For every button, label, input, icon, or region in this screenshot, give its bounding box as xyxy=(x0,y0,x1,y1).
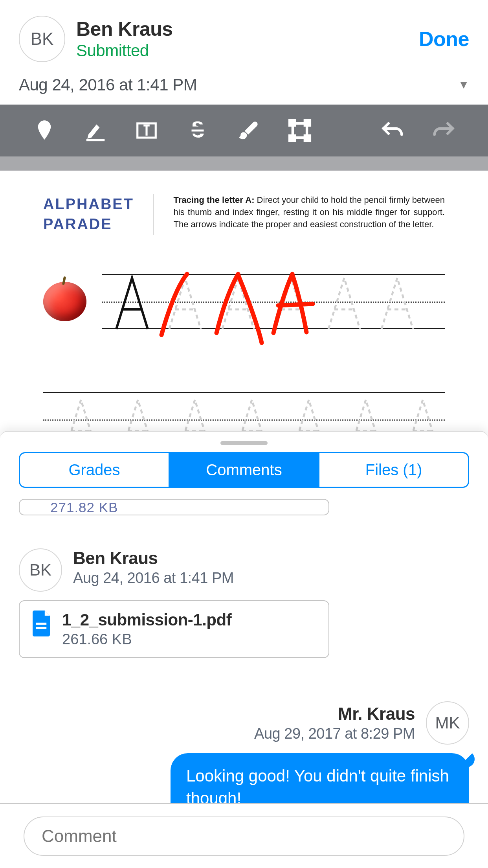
document-preview[interactable]: ALPHABET PARADE Tracing the letter A: Di… xyxy=(0,156,488,475)
student-avatar: BK xyxy=(19,16,65,62)
worksheet-instructions: Tracing the letter A: Direct your child … xyxy=(174,194,445,235)
comment-item: BK Ben Kraus Aug 24, 2016 at 1:41 PM xyxy=(19,548,469,592)
writing-lines xyxy=(102,274,445,329)
svg-rect-10 xyxy=(36,627,46,629)
textbox-tool-button[interactable] xyxy=(121,105,172,156)
student-strokes xyxy=(102,266,445,345)
submission-status: Submitted xyxy=(76,41,419,60)
comment-meta: Ben Kraus Aug 24, 2016 at 1:41 PM xyxy=(73,548,234,587)
worksheet-title-line2: PARADE xyxy=(43,214,134,234)
svg-rect-6 xyxy=(305,120,310,125)
crop-tool-button[interactable] xyxy=(274,105,325,156)
attachment-filesize: 261.66 KB xyxy=(62,631,231,648)
drag-handle[interactable] xyxy=(220,441,268,445)
title-divider xyxy=(154,194,154,235)
comment-date: Aug 24, 2016 at 1:41 PM xyxy=(73,570,234,587)
svg-rect-9 xyxy=(36,623,46,625)
tab-comments[interactable]: Comments xyxy=(170,453,319,487)
file-icon xyxy=(31,611,52,636)
comment-date: Aug 29, 2017 at 8:29 PM xyxy=(254,725,415,742)
done-button[interactable]: Done xyxy=(419,27,469,51)
svg-rect-5 xyxy=(290,120,295,125)
tab-files[interactable]: Files (1) xyxy=(319,453,468,487)
submission-timestamp-row[interactable]: Aug 24, 2016 at 1:41 PM ▼ xyxy=(0,67,488,105)
redo-button[interactable] xyxy=(418,105,469,156)
highlight-tool-button[interactable] xyxy=(70,105,121,156)
partial-attachment-card[interactable]: 271.82 KB xyxy=(19,499,329,515)
pin-tool-button[interactable] xyxy=(19,105,70,156)
submission-header: BK Ben Kraus Submitted Done xyxy=(0,0,488,67)
undo-button[interactable] xyxy=(367,105,418,156)
comment-input[interactable] xyxy=(24,817,464,856)
comment-avatar: BK xyxy=(19,548,62,592)
brush-tool-button[interactable] xyxy=(223,105,274,156)
bottom-drawer: Grades Comments Files (1) 271.82 KB BK B… xyxy=(0,431,488,868)
comment-item: Mr. Kraus Aug 29, 2017 at 8:29 PM MK xyxy=(19,701,469,745)
comment-input-bar xyxy=(0,803,488,868)
tab-segmented-control: Grades Comments Files (1) xyxy=(19,452,469,488)
header-text: Ben Kraus Submitted xyxy=(76,18,419,60)
strikethrough-tool-button[interactable] xyxy=(172,105,223,156)
tab-grades[interactable]: Grades xyxy=(20,453,170,487)
attachment-card[interactable]: 1_2_submission-1.pdf 261.66 KB xyxy=(19,600,329,658)
annotation-toolbar xyxy=(0,105,488,156)
comment-meta: Mr. Kraus Aug 29, 2017 at 8:29 PM xyxy=(254,704,415,742)
tracing-row-1 xyxy=(43,274,445,329)
svg-rect-8 xyxy=(305,136,310,141)
svg-rect-7 xyxy=(290,136,295,141)
document-page: ALPHABET PARADE Tracing the letter A: Di… xyxy=(0,171,488,475)
svg-rect-0 xyxy=(86,139,105,141)
comments-list[interactable]: 271.82 KB BK Ben Kraus Aug 24, 2016 at 1… xyxy=(0,499,488,821)
worksheet-title: ALPHABET PARADE xyxy=(43,194,134,235)
comment-avatar: MK xyxy=(426,701,469,745)
comment-author: Mr. Kraus xyxy=(254,704,415,724)
apple-icon xyxy=(43,282,86,321)
student-name: Ben Kraus xyxy=(76,18,419,40)
chevron-down-icon: ▼ xyxy=(458,79,469,91)
comment-author: Ben Kraus xyxy=(73,548,234,568)
instructions-bold: Tracing the letter A: xyxy=(174,195,255,205)
worksheet-title-line1: ALPHABET xyxy=(43,194,134,214)
submission-timestamp: Aug 24, 2016 at 1:41 PM xyxy=(19,75,197,94)
attachment-filename: 1_2_submission-1.pdf xyxy=(62,611,231,629)
